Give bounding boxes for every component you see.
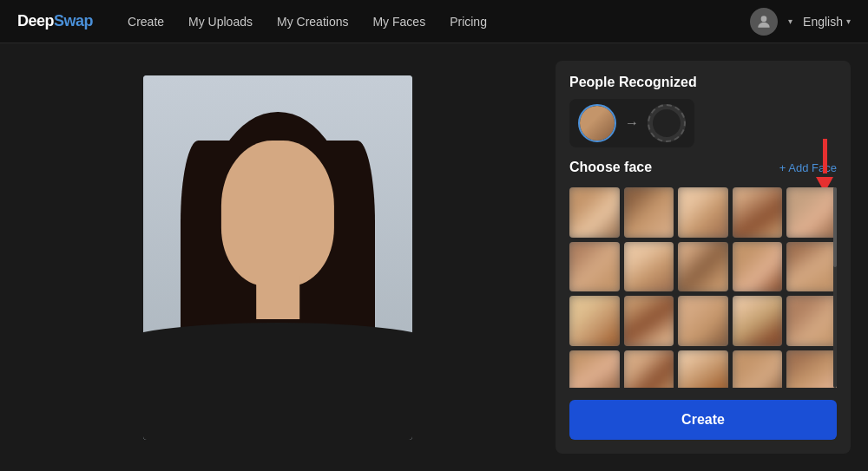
- face-grid-item[interactable]: [624, 350, 674, 388]
- face-grid-item[interactable]: [678, 296, 728, 346]
- face-grid-item[interactable]: [678, 350, 728, 388]
- portrait-neck: [256, 276, 299, 319]
- portrait-shoulders: [143, 349, 412, 440]
- brand-logo[interactable]: DeepSwap: [17, 12, 93, 30]
- target-face-inner: [653, 109, 681, 137]
- nav-my-uploads[interactable]: My Uploads: [188, 15, 253, 29]
- nav-pricing[interactable]: Pricing: [450, 15, 487, 29]
- grid-scrollbar[interactable]: [833, 187, 837, 388]
- source-image: [143, 75, 412, 440]
- face-grid-item[interactable]: [678, 187, 728, 238]
- face-grid-item[interactable]: [786, 242, 837, 292]
- left-panel: [17, 61, 538, 454]
- avatar-chevron-icon: ▾: [788, 16, 792, 26]
- face-grid-item[interactable]: [786, 350, 837, 388]
- arrow-annotation: [816, 139, 833, 193]
- nav-right: ▾ English ▾: [750, 8, 851, 36]
- face-grid: [569, 187, 837, 388]
- face-grid-item[interactable]: [733, 242, 783, 292]
- face-grid-wrapper: [569, 187, 837, 388]
- face-grid-item[interactable]: [733, 350, 783, 388]
- face-grid-item[interactable]: [733, 296, 783, 346]
- people-recognized-title: People Recognized: [569, 75, 837, 90]
- portrait-background: [143, 75, 412, 440]
- create-button[interactable]: Create: [569, 400, 837, 440]
- swap-arrow-icon: →: [625, 115, 639, 131]
- face-grid-item[interactable]: [624, 296, 674, 346]
- face-grid-item[interactable]: [624, 242, 674, 292]
- choose-face-header: Choose face + Add Face: [569, 160, 837, 175]
- main-content: People Recognized → Choose face + Add Fa…: [0, 43, 868, 471]
- portrait-face: [221, 141, 334, 286]
- face-grid-item[interactable]: [569, 350, 620, 388]
- portrait-shoulder-curve: [143, 323, 412, 366]
- user-avatar[interactable]: [750, 8, 778, 36]
- svg-point-0: [761, 16, 767, 22]
- navbar: DeepSwap Create My Uploads My Creations …: [0, 0, 868, 43]
- nav-my-creations[interactable]: My Creations: [277, 15, 348, 29]
- face-grid-item[interactable]: [569, 296, 620, 346]
- face-swap-row: →: [569, 99, 694, 147]
- face-grid-item[interactable]: [786, 187, 837, 238]
- face-grid-item[interactable]: [569, 187, 620, 238]
- face-grid-item[interactable]: [624, 187, 674, 238]
- nav-links: Create My Uploads My Creations My Faces …: [128, 15, 724, 29]
- source-face-inner: [580, 106, 615, 141]
- right-panel: People Recognized → Choose face + Add Fa…: [556, 61, 851, 454]
- source-face-thumb: [578, 104, 616, 142]
- face-grid-item[interactable]: [569, 242, 620, 292]
- red-arrow-shaft: [823, 139, 827, 173]
- face-grid-item[interactable]: [786, 296, 837, 346]
- language-selector[interactable]: English ▾: [803, 15, 851, 29]
- face-grid-item[interactable]: [678, 242, 728, 292]
- grid-scrollbar-thumb: [833, 187, 837, 267]
- nav-my-faces[interactable]: My Faces: [372, 15, 425, 29]
- nav-create[interactable]: Create: [128, 15, 164, 29]
- language-label: English: [803, 15, 843, 29]
- language-chevron-icon: ▾: [846, 16, 851, 26]
- target-face-slot[interactable]: [648, 104, 686, 142]
- people-recognized-section: People Recognized →: [569, 75, 837, 147]
- face-grid-item[interactable]: [733, 187, 783, 238]
- choose-face-title: Choose face: [569, 160, 652, 175]
